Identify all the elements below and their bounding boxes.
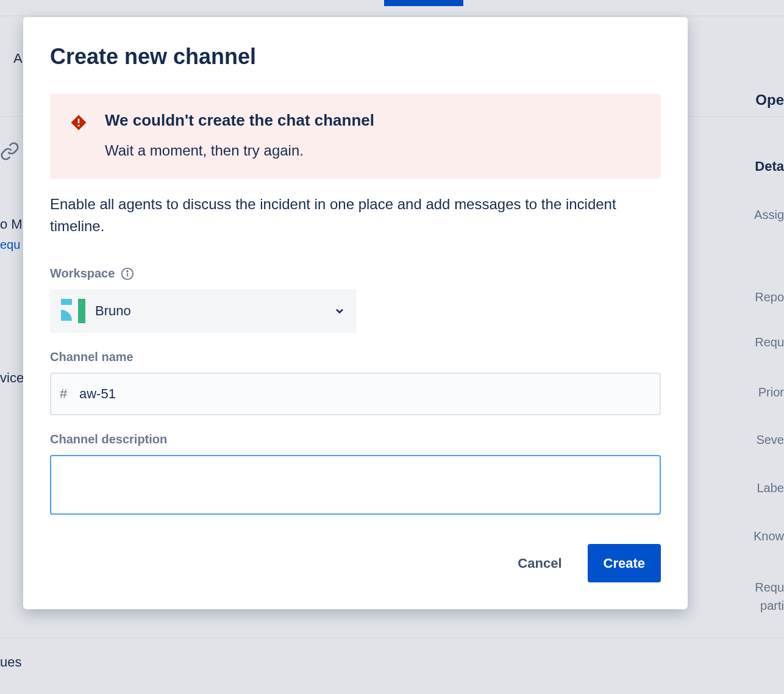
svg-point-4 [127, 270, 128, 271]
channel-name-input[interactable] [50, 373, 661, 415]
svg-rect-6 [78, 299, 85, 323]
error-title: We couldn't create the chat channel [105, 111, 374, 130]
error-message: Wait a moment, then try again. [105, 142, 374, 159]
svg-rect-5 [61, 299, 72, 305]
cancel-button[interactable]: Cancel [502, 544, 577, 582]
workspace-select[interactable]: Bruno [50, 289, 357, 333]
info-icon[interactable] [121, 267, 134, 281]
workspace-label: Workspace [50, 267, 661, 281]
modal-title: Create new channel [50, 44, 661, 70]
workspace-label-text: Workspace [50, 267, 115, 281]
svg-rect-0 [78, 119, 80, 124]
workspace-selected-name: Bruno [95, 303, 131, 319]
create-channel-modal: Create new channel We couldn't create th… [23, 17, 688, 609]
modal-description: Enable all agents to discuss the inciden… [50, 193, 661, 237]
hash-prefix: # [60, 386, 67, 402]
channel-description-field: Channel description [50, 432, 661, 517]
workspace-logo-icon [61, 299, 85, 323]
channel-name-field: Channel name # [50, 350, 661, 415]
modal-footer: Cancel Create [50, 544, 661, 582]
svg-rect-1 [78, 125, 80, 127]
workspace-field: Workspace Bruno [50, 267, 661, 333]
error-icon [69, 113, 88, 132]
channel-description-label: Channel description [50, 432, 661, 446]
chevron-down-icon [333, 305, 346, 317]
error-panel: We couldn't create the chat channel Wait… [50, 94, 661, 179]
create-button[interactable]: Create [588, 544, 661, 582]
channel-name-label: Channel name [50, 350, 661, 364]
channel-description-input[interactable] [50, 455, 661, 515]
